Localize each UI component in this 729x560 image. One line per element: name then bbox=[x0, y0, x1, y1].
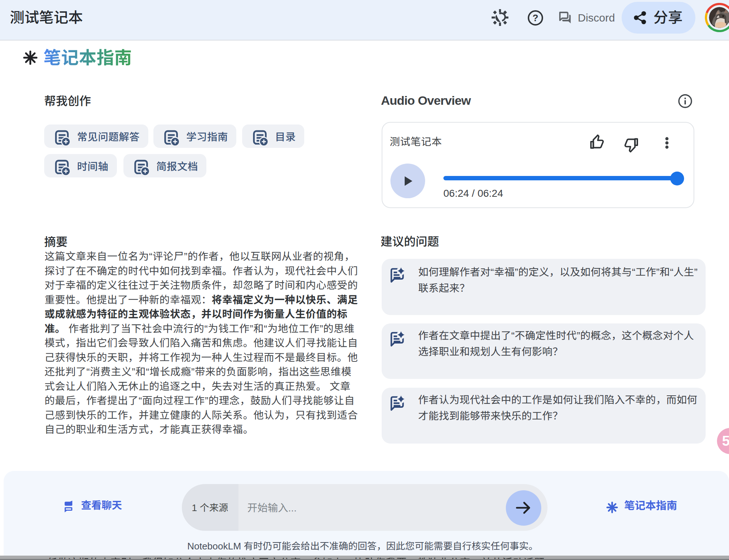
svg-text:?: ? bbox=[533, 12, 538, 23]
